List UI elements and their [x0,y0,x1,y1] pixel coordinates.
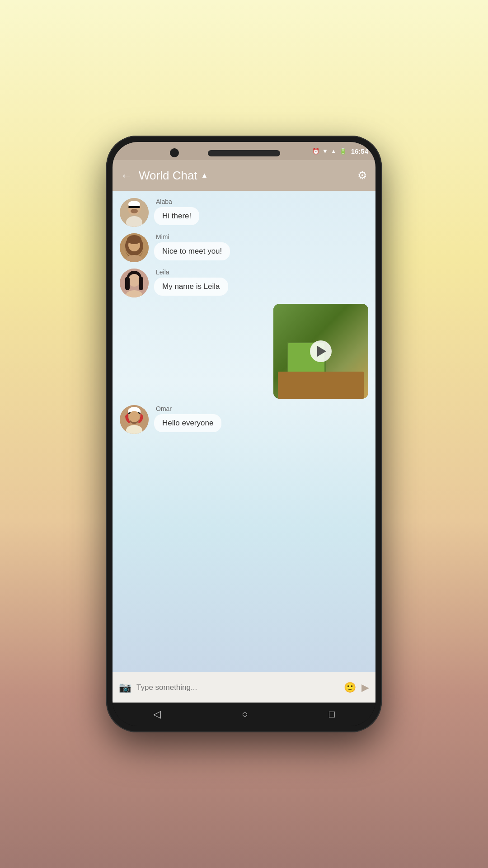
bubble-mimi: Nice to meet you! [154,242,230,260]
message-row: Alaba Hi there! [120,198,368,227]
message-content-alaba: Alaba Hi there! [154,198,199,225]
bubble-alaba: Hi there! [154,207,199,225]
message-row: Mimi Nice to meet you! [120,233,368,262]
message-input[interactable] [136,683,338,692]
svg-rect-4 [128,206,140,208]
camera-button[interactable]: 📷 [119,682,131,693]
wifi-icon: ▼ [322,148,328,155]
sender-alaba: Alaba [156,198,199,205]
nav-home-button[interactable]: ○ [242,708,248,720]
screen-content: ⏰ ▼ ▲ 🔋 16:54 ← World Chat ▲ ⚙ [113,142,375,726]
play-button[interactable] [310,340,332,362]
message-content-mimi: Mimi Nice to meet you! [154,233,230,260]
input-bar: 📷 🙂 ▶ [113,672,375,703]
svg-rect-3 [129,203,140,206]
message-content-omar: Omar Hello everyone [154,405,221,432]
bubble-omar: Hello everyone [154,414,221,432]
video-message[interactable] [273,304,368,399]
alarm-icon: ⏰ [312,148,319,155]
message-row: Leila My name is Leila [120,269,368,297]
status-icons: ⏰ ▼ ▲ 🔋 16:54 [312,147,368,155]
svg-rect-16 [139,277,143,290]
sender-omar: Omar [156,405,221,412]
sender-mimi: Mimi [156,233,230,241]
status-time: 16:54 [351,147,368,155]
svg-point-6 [131,209,138,213]
message-row-video [120,304,368,399]
status-bar: ⏰ ▼ ▲ 🔋 16:54 [113,142,375,160]
app-title-container: World Chat ▲ [139,169,357,183]
emoji-button[interactable]: 🙂 [344,682,356,693]
svg-rect-15 [125,277,130,290]
bubble-leila: My name is Leila [154,278,228,296]
battery-icon: 🔋 [339,148,347,155]
phone-shell: ⏰ ▼ ▲ 🔋 16:54 ← World Chat ▲ ⚙ [106,136,382,732]
app-title-text: World Chat [139,169,197,183]
video-thumbnail [273,304,368,399]
nav-recents-button[interactable]: □ [329,708,335,720]
svg-point-14 [128,274,140,287]
nav-back-button[interactable]: ◁ [153,708,161,720]
avatar-leila[interactable] [120,269,149,297]
sender-leila: Leila [156,269,228,276]
avatar-mimi[interactable] [120,233,149,262]
svg-point-10 [127,235,141,244]
signal-icon: ▲ [331,148,337,155]
send-button[interactable]: ▶ [361,682,369,693]
message-row: Omar Hello everyone [120,405,368,434]
chat-area: Alaba Hi there! [113,191,375,672]
settings-button[interactable]: ⚙ [357,169,367,182]
message-content-leila: Leila My name is Leila [154,269,228,296]
back-button[interactable]: ← [121,169,132,183]
app-title-arrow: ▲ [201,171,208,179]
bottom-navigation: ◁ ○ □ [113,703,375,726]
avatar-alaba[interactable] [120,198,149,227]
phone-screen: ⏰ ▼ ▲ 🔋 16:54 ← World Chat ▲ ⚙ [113,142,375,726]
app-bar: ← World Chat ▲ ⚙ [113,160,375,191]
avatar-omar[interactable] [120,405,149,434]
